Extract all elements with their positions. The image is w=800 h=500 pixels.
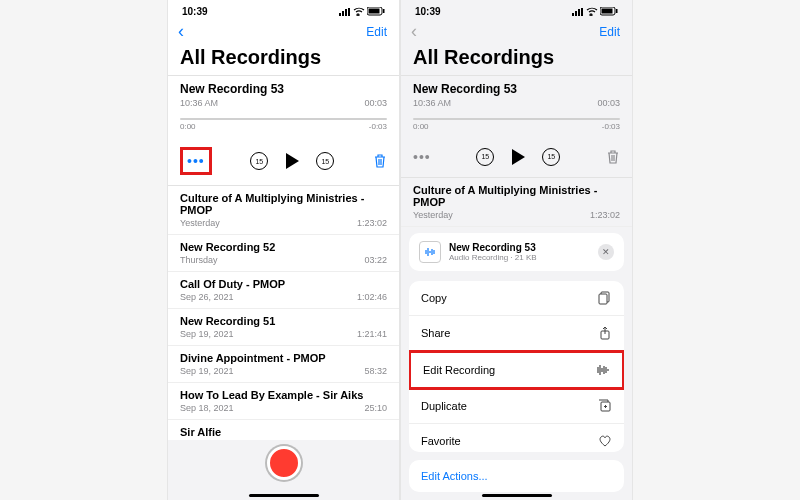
- svg-rect-9: [578, 9, 580, 16]
- back-button[interactable]: ‹: [178, 21, 184, 42]
- list-item[interactable]: New Recording 51Sep 19, 20211:21:41: [168, 309, 399, 346]
- recording-date: Sep 19, 2021: [180, 329, 234, 339]
- back-button[interactable]: ‹: [411, 21, 417, 42]
- nav-bar: ‹ Edit: [401, 19, 632, 46]
- page-title: All Recordings: [168, 46, 399, 75]
- trash-icon: [606, 149, 620, 165]
- selected-recording[interactable]: New Recording 53 10:36 AM 00:03 0:00 -0:…: [168, 76, 399, 139]
- recording-name: New Recording 52: [180, 241, 387, 253]
- action-label: Share: [421, 327, 450, 339]
- edit-actions-button[interactable]: Edit Actions...: [409, 460, 624, 492]
- svg-rect-6: [383, 9, 385, 13]
- copy-action[interactable]: Copy: [409, 281, 624, 316]
- status-indicators: [572, 7, 618, 16]
- recording-date: Sep 26, 2021: [180, 292, 234, 302]
- status-indicators: [339, 7, 385, 16]
- edit-recording-action[interactable]: Edit Recording: [409, 350, 624, 390]
- scrub-start: 0:00: [413, 122, 429, 131]
- nav-bar: ‹ Edit: [168, 19, 399, 46]
- action-label: Duplicate: [421, 400, 467, 412]
- recording-name: New Recording 51: [180, 315, 387, 327]
- record-button[interactable]: [267, 446, 301, 480]
- share-title: New Recording 53: [449, 242, 537, 253]
- list-item[interactable]: Divine Appointment - PMOPSep 19, 202158:…: [168, 346, 399, 383]
- close-button[interactable]: ✕: [598, 244, 614, 260]
- svg-rect-0: [339, 13, 341, 16]
- list-item[interactable]: Call Of Duty - PMOPSep 26, 20211:02:46: [168, 272, 399, 309]
- player-controls: ••• 15 15: [168, 139, 399, 185]
- recording-date: Yesterday: [180, 218, 220, 228]
- home-indicator[interactable]: [482, 494, 552, 497]
- recording-duration: 03:22: [364, 255, 387, 265]
- status-bar: 10:39: [168, 0, 399, 19]
- svg-rect-8: [575, 11, 577, 16]
- status-time: 10:39: [415, 6, 441, 17]
- skip-forward-button[interactable]: 15: [316, 152, 334, 170]
- action-label: Copy: [421, 292, 447, 304]
- home-indicator[interactable]: [249, 494, 319, 497]
- waveform-icon: [424, 246, 436, 258]
- duplicate-icon: [598, 399, 612, 413]
- trash-icon: [373, 153, 387, 169]
- recording-time: 10:36 AM: [413, 98, 451, 108]
- svg-rect-3: [348, 8, 350, 16]
- share-header: New Recording 53 Audio Recording · 21 KB…: [409, 233, 624, 271]
- skip-back-button[interactable]: 15: [250, 152, 268, 170]
- favorite-action[interactable]: Favorite: [409, 424, 624, 452]
- recording-time: 10:36 AM: [180, 98, 218, 108]
- scrub-end: -0:03: [602, 122, 620, 131]
- scrub-end: -0:03: [369, 122, 387, 131]
- skip-fwd-label: 15: [547, 153, 555, 160]
- list-item[interactable]: How To Lead By Example - Sir AiksSep 18,…: [168, 383, 399, 420]
- list-item[interactable]: New Recording 52Thursday03:22: [168, 235, 399, 272]
- more-button[interactable]: •••: [413, 149, 431, 165]
- delete-button[interactable]: [606, 149, 620, 165]
- action-label: Favorite: [421, 435, 461, 447]
- svg-rect-1: [342, 11, 344, 16]
- status-bar: 10:39: [401, 0, 632, 19]
- battery-icon: [600, 7, 618, 16]
- recording-name: Call Of Duty - PMOP: [180, 278, 387, 290]
- recording-date: Sep 18, 2021: [180, 403, 234, 413]
- recording-date: Sep 19, 2021: [180, 366, 234, 376]
- recording-name: How To Lead By Example - Sir Aiks: [180, 389, 387, 401]
- svg-rect-7: [572, 13, 574, 16]
- play-button[interactable]: [508, 147, 528, 167]
- play-icon: [512, 149, 525, 165]
- list-item[interactable]: Culture of A Multiplying Ministries - PM…: [401, 178, 632, 227]
- delete-button[interactable]: [373, 153, 387, 169]
- recording-date: Yesterday: [413, 210, 453, 220]
- record-footer: [168, 440, 399, 500]
- recording-name: Divine Appointment - PMOP: [180, 352, 387, 364]
- scrubber[interactable]: [180, 118, 387, 120]
- recording-duration: 1:23:02: [590, 210, 620, 220]
- duplicate-action[interactable]: Duplicate: [409, 389, 624, 424]
- player-controls: ••• 15 15: [401, 139, 632, 177]
- skip-fwd-label: 15: [321, 158, 329, 165]
- recording-duration: 58:32: [364, 366, 387, 376]
- share-action[interactable]: Share: [409, 316, 624, 351]
- share-icon: [598, 326, 612, 340]
- share-subtitle: Audio Recording · 21 KB: [449, 253, 537, 262]
- skip-back-label: 15: [255, 158, 263, 165]
- recording-duration: 00:03: [364, 98, 387, 108]
- copy-icon: [598, 291, 612, 305]
- selected-recording[interactable]: New Recording 53 10:36 AM 00:03 0:00 -0:…: [401, 76, 632, 139]
- action-label: Edit Recording: [423, 364, 495, 376]
- more-button[interactable]: •••: [187, 153, 205, 169]
- skip-forward-button[interactable]: 15: [542, 148, 560, 166]
- scrubber[interactable]: [413, 118, 620, 120]
- status-time: 10:39: [182, 6, 208, 17]
- recording-duration: 1:02:46: [357, 292, 387, 302]
- signal-icon: [339, 8, 351, 16]
- recording-duration: 00:03: [597, 98, 620, 108]
- skip-back-button[interactable]: 15: [476, 148, 494, 166]
- edit-button[interactable]: Edit: [599, 25, 620, 39]
- svg-rect-10: [581, 8, 583, 16]
- signal-icon: [572, 8, 584, 16]
- recording-duration: 1:21:41: [357, 329, 387, 339]
- list-item[interactable]: Culture of A Multiplying Ministries - PM…: [168, 186, 399, 235]
- play-button[interactable]: [282, 151, 302, 171]
- highlight-more-button: •••: [180, 147, 212, 175]
- edit-button[interactable]: Edit: [366, 25, 387, 39]
